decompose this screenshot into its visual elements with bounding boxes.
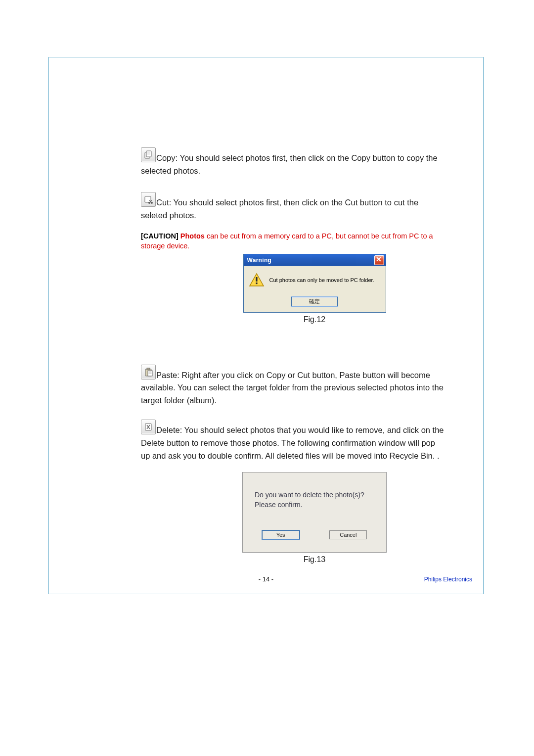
warning-message: Cut photos can only be moved to PC folde…	[269, 277, 374, 283]
confirm-line-2: Please confirm.	[255, 501, 302, 509]
ok-button[interactable]: 確定	[291, 297, 338, 306]
svg-rect-5	[145, 196, 151, 202]
copy-icon	[141, 147, 156, 162]
caution-rest-1: can be cut from a memory card to a PC, b…	[205, 232, 433, 240]
delete-label: Delete:	[156, 425, 182, 434]
page-frame: Copy: You should select photos first, th…	[48, 57, 484, 594]
confirm-line-1: Do you want to delete the photo(s)?	[255, 491, 364, 499]
svg-rect-4	[147, 154, 150, 154]
svg-rect-14	[149, 372, 152, 372]
cut-block: Cut: You should select photos first, the…	[141, 192, 488, 222]
warning-body: Cut photos can only be moved to PC folde…	[244, 266, 386, 293]
svg-rect-2	[147, 152, 150, 152]
cut-label: Cut:	[156, 198, 171, 207]
fig13-wrapper: Do you want to delete the photo(s)? Plea…	[141, 472, 488, 566]
paste-text-3: target folder (album).	[141, 396, 217, 405]
copy-label: Copy:	[156, 153, 178, 162]
svg-rect-12	[147, 368, 150, 370]
svg-rect-15	[149, 373, 152, 373]
close-icon[interactable]: ✕	[374, 255, 384, 265]
footer-brand: Philips Electronics	[424, 576, 472, 583]
delete-block: Delete: You should select photos that yo…	[141, 420, 488, 462]
warning-title: Warning	[247, 257, 272, 264]
delete-text-2: Delete button to remove those photos. Th…	[141, 438, 435, 447]
svg-rect-9	[256, 277, 257, 282]
copy-text-1: You should select photos first, then cli…	[178, 153, 438, 162]
copy-block: Copy: You should select photos first, th…	[141, 147, 488, 177]
paste-icon	[141, 365, 156, 379]
delete-icon	[141, 420, 156, 434]
warning-icon	[249, 272, 265, 288]
delete-text-1: You should select photos that you would …	[182, 425, 444, 434]
cut-icon	[141, 192, 156, 207]
paste-label: Paste:	[156, 371, 179, 379]
cancel-button[interactable]: Cancel	[329, 530, 367, 539]
fig13-caption: Fig.13	[141, 554, 488, 566]
body-column: Copy: You should select photos first, th…	[141, 147, 488, 566]
caution-tag: [CAUTION]	[141, 232, 178, 240]
svg-rect-13	[148, 371, 152, 376]
caution-rest-2: storage device.	[141, 242, 189, 250]
caution-lead: Photos	[178, 232, 205, 240]
paste-text-2: available. You can select the target fol…	[141, 383, 444, 392]
svg-rect-3	[147, 153, 150, 153]
copy-text-2: selected photos.	[141, 166, 200, 175]
page-number: - 14 -	[49, 575, 483, 583]
warning-buttons: 確定	[244, 293, 386, 312]
fig12-caption: Fig.12	[141, 314, 488, 326]
confirm-dialog: Do you want to delete the photo(s)? Plea…	[242, 472, 387, 553]
yes-button[interactable]: Yes	[262, 530, 300, 539]
confirm-message: Do you want to delete the photo(s)? Plea…	[243, 472, 386, 524]
caution-note: [CAUTION] Photos can be cut from a memor…	[141, 232, 488, 251]
svg-rect-16	[149, 374, 152, 374]
paste-block: Paste: Right after you click on Copy or …	[141, 365, 488, 407]
svg-rect-10	[256, 283, 257, 284]
cut-text-2: seleted photos.	[141, 211, 196, 220]
confirm-buttons: Yes Cancel	[243, 524, 386, 552]
warning-dialog: Warning ✕ Cut photos can only be moved t…	[243, 254, 386, 313]
warning-titlebar: Warning ✕	[244, 254, 386, 266]
page: Copy: You should select photos first, th…	[0, 0, 534, 756]
delete-text-3: up and ask you to double confirm. All de…	[141, 451, 440, 460]
fig12-wrapper: Warning ✕ Cut photos can only be moved t…	[141, 254, 488, 326]
cut-text-1: You should select photos first, then cli…	[171, 198, 418, 207]
paste-text-1: Right after you click on Copy or Cut but…	[179, 371, 430, 379]
